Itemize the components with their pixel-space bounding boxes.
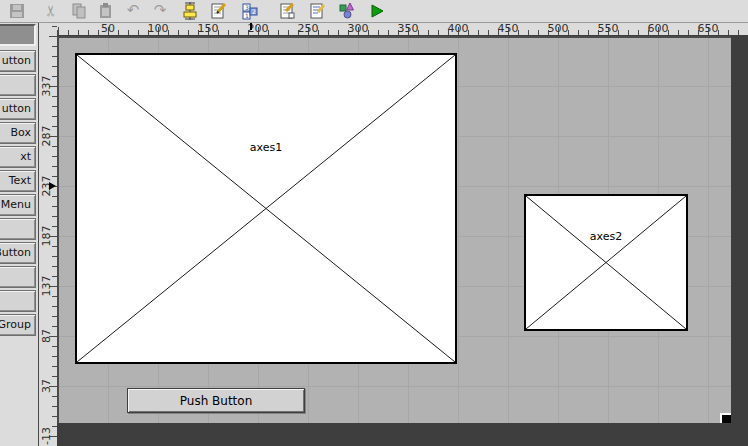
axes1-label: axes1 xyxy=(77,141,455,154)
ruler-label: 400 xyxy=(440,22,476,34)
ruler-label: 150 xyxy=(190,22,226,34)
ruler-label: 650 xyxy=(690,22,726,34)
paste-icon xyxy=(97,2,115,20)
paste-button[interactable] xyxy=(95,1,117,20)
component-palette: utton utton Box xt Text Menu Button Grou… xyxy=(0,22,38,446)
save-button[interactable] xyxy=(6,1,28,20)
ruler-label: 337 xyxy=(40,69,52,103)
tab-order-editor-icon: 3 1 2 xyxy=(241,2,259,20)
align-objects-button[interactable] xyxy=(179,1,201,20)
tab-order-editor-button[interactable]: 3 1 2 xyxy=(239,1,261,20)
palette-item[interactable]: xt xyxy=(0,146,36,168)
object-browser-button[interactable] xyxy=(336,1,358,20)
axes1-placeholder[interactable]: axes1 xyxy=(75,53,457,364)
axes-cross-lines xyxy=(77,55,455,362)
ruler-label: 287 xyxy=(40,119,52,153)
m-file-editor-icon xyxy=(278,2,296,20)
palette-item[interactable] xyxy=(0,74,36,96)
save-icon xyxy=(8,2,26,20)
ruler-label: 200 xyxy=(240,22,276,34)
run-button[interactable] xyxy=(366,1,388,20)
ruler-label: 100 xyxy=(140,22,176,34)
ruler-label: 37 xyxy=(40,369,52,403)
palette-item[interactable]: Button xyxy=(0,242,36,264)
palette-item-label: xt xyxy=(20,150,31,163)
ruler-position-marker xyxy=(250,22,252,30)
cut-button[interactable]: ✂ xyxy=(40,1,62,20)
palette-item[interactable]: Box xyxy=(0,122,36,144)
guide-layout-editor: axes1 axes2 Push Button 337 287 237 187 … xyxy=(0,0,748,446)
palette-item[interactable] xyxy=(0,218,36,240)
redo-button[interactable]: ↷ xyxy=(149,1,171,20)
ruler-position-marker xyxy=(49,182,56,190)
select-tool-button[interactable] xyxy=(0,24,36,46)
copy-button[interactable] xyxy=(68,1,90,20)
menu-editor-icon xyxy=(209,2,227,20)
svg-text:2: 2 xyxy=(252,8,256,15)
ruler-label: 50 xyxy=(90,22,126,34)
palette-item-label: Box xyxy=(11,126,31,139)
palette-item-label: Menu xyxy=(1,198,31,211)
redo-icon: ↷ xyxy=(154,3,167,18)
m-file-editor-button[interactable] xyxy=(276,1,298,20)
figure-resize-handle[interactable] xyxy=(720,413,731,423)
palette-item-label: Text xyxy=(9,174,31,187)
undo-icon: ↶ xyxy=(127,3,140,18)
align-objects-icon xyxy=(181,2,199,20)
ruler-label: 450 xyxy=(490,22,526,34)
palette-item[interactable]: Text xyxy=(0,170,36,192)
undo-button[interactable]: ↶ xyxy=(122,1,144,20)
ruler-label: 350 xyxy=(390,22,426,34)
svg-text:1: 1 xyxy=(245,12,249,19)
ruler-label: 600 xyxy=(640,22,676,34)
palette-item[interactable] xyxy=(0,266,36,288)
object-browser-icon xyxy=(338,2,356,20)
menu-editor-button[interactable] xyxy=(207,1,229,20)
palette-item[interactable] xyxy=(0,290,36,312)
palette-item-label: Button xyxy=(0,246,31,259)
ruler-label: 300 xyxy=(340,22,376,34)
horizontal-ruler: 50 100 150 200 250 300 350 400 450 500 5… xyxy=(57,22,748,35)
toolbar: ✂ ↶ ↷ xyxy=(0,0,748,23)
palette-item-label: Group xyxy=(0,318,31,331)
palette-divider xyxy=(38,22,39,446)
svg-text:3: 3 xyxy=(245,4,249,11)
palette-item-label: utton xyxy=(2,54,31,67)
ruler-label: 137 xyxy=(40,269,52,303)
palette-item[interactable]: utton xyxy=(0,50,36,72)
copy-icon xyxy=(70,2,88,20)
palette-item[interactable]: utton xyxy=(0,98,36,120)
ruler-label: 87 xyxy=(40,319,52,353)
ruler-label: 550 xyxy=(590,22,626,34)
push-button-label: Push Button xyxy=(180,394,253,408)
axes2-label: axes2 xyxy=(526,229,686,242)
cut-icon: ✂ xyxy=(43,4,58,17)
palette-item[interactable]: Group xyxy=(0,314,36,336)
run-icon xyxy=(368,2,386,20)
vertical-ruler: 337 287 237 187 137 87 37 -13 xyxy=(39,22,57,446)
ruler-label: 500 xyxy=(540,22,576,34)
palette-item-label: utton xyxy=(2,102,31,115)
ruler-label: 187 xyxy=(40,219,52,253)
push-button-control[interactable]: Push Button xyxy=(127,388,305,413)
ruler-label: -13 xyxy=(40,419,52,446)
ruler-label: 250 xyxy=(290,22,326,34)
axes2-placeholder[interactable]: axes2 xyxy=(524,194,688,331)
axes-cross-lines xyxy=(526,196,686,329)
property-inspector-button[interactable] xyxy=(306,1,328,20)
palette-item[interactable]: Menu xyxy=(0,194,36,216)
property-inspector-icon xyxy=(308,2,326,20)
